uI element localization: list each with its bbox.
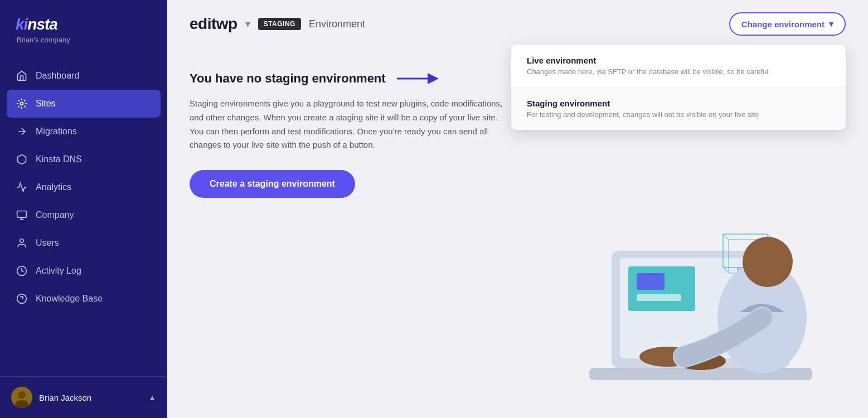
main-content: editwp ▾ STAGING Environment Change envi… [167,0,868,418]
user-info: Brian Jackson [11,387,91,408]
live-env-desc: Changes made here, via SFTP or the datab… [527,67,830,76]
svg-rect-17 [637,294,681,301]
header: editwp ▾ STAGING Environment Change envi… [167,0,868,48]
sidebar-item-migrations[interactable]: Migrations [0,118,167,145]
change-environment-button[interactable]: Change environment ▾ [729,12,846,36]
sidebar-item-label-activity: Activity Log [36,266,81,276]
no-staging-title: You have no staging environment [190,70,513,87]
sidebar-item-knowledge-base[interactable]: Knowledge Base [0,285,167,313]
svg-marker-12 [428,73,439,84]
users-icon [16,237,28,249]
arrow-right-icon [397,70,442,87]
sidebar-footer[interactable]: Brian Jackson ▲ [0,376,167,418]
change-env-label: Change environment [741,20,825,29]
live-env-option[interactable]: Live environment Changes made here, via … [511,45,846,88]
company-name: Brian's company [16,36,152,44]
sidebar-item-label-sites: Sites [36,99,56,109]
analytics-icon [16,181,28,193]
sidebar-nav: Dashboard Sites Migrations Kinsta DNS An… [0,53,167,376]
activity-log-icon [16,265,28,277]
sidebar-item-label-users: Users [36,238,59,248]
knowledge-base-icon [16,293,28,305]
svg-rect-1 [17,211,27,218]
sidebar-item-label-analytics: Analytics [36,182,71,192]
sidebar-item-label-dns: Kinsta DNS [36,154,82,164]
svg-line-21 [723,234,729,240]
user-name: Brian Jackson [39,393,91,402]
environment-label: Environment [309,18,365,30]
site-name: editwp [190,15,237,33]
migrations-icon [16,125,28,138]
create-staging-button[interactable]: Create a staging environment [190,170,355,198]
sites-icon [16,98,28,110]
sidebar-item-kinsta-dns[interactable]: Kinsta DNS [0,145,167,173]
chevron-down-icon: ▾ [829,19,833,29]
kinsta-logo: kinsta [16,16,152,33]
sidebar-item-label-dashboard: Dashboard [36,71,79,81]
live-env-title: Live environment [527,56,830,65]
company-icon [16,209,28,221]
sidebar-item-sites[interactable]: Sites [7,90,161,118]
sidebar-item-label-migrations: Migrations [36,127,77,137]
sidebar: kinsta Brian's company Dashboard Sites M… [0,0,167,418]
sidebar-item-label-knowledge: Knowledge Base [36,294,103,304]
staging-env-title: Staging environment [527,99,830,108]
home-icon [16,70,28,82]
content-left: You have no staging environment Staging … [190,59,513,198]
staging-env-option[interactable]: Staging environment For testing and deve… [511,88,846,130]
staging-badge: STAGING [258,18,301,30]
chevron-up-icon: ▲ [148,393,156,402]
avatar [11,387,32,408]
sidebar-item-activity-log[interactable]: Activity Log [0,257,167,285]
staging-env-desc: For testing and development, changes wil… [527,110,830,119]
svg-point-9 [18,391,26,399]
svg-point-4 [20,239,24,243]
svg-point-27 [743,237,793,287]
sidebar-item-analytics[interactable]: Analytics [0,173,167,201]
sidebar-item-label-company: Company [36,210,74,220]
environment-dropdown: Live environment Changes made here, via … [511,45,846,130]
header-left: editwp ▾ STAGING Environment [190,15,365,33]
svg-point-0 [21,103,23,105]
sidebar-item-company[interactable]: Company [0,201,167,229]
no-staging-description: Staging environments give you a playgrou… [190,97,513,152]
sidebar-item-dashboard[interactable]: Dashboard [0,62,167,90]
site-dropdown-arrow[interactable]: ▾ [245,18,250,30]
svg-rect-16 [637,273,665,290]
illustration [556,184,868,418]
sidebar-logo: kinsta Brian's company [0,0,167,53]
sidebar-item-users[interactable]: Users [0,229,167,257]
dns-icon [16,153,28,166]
